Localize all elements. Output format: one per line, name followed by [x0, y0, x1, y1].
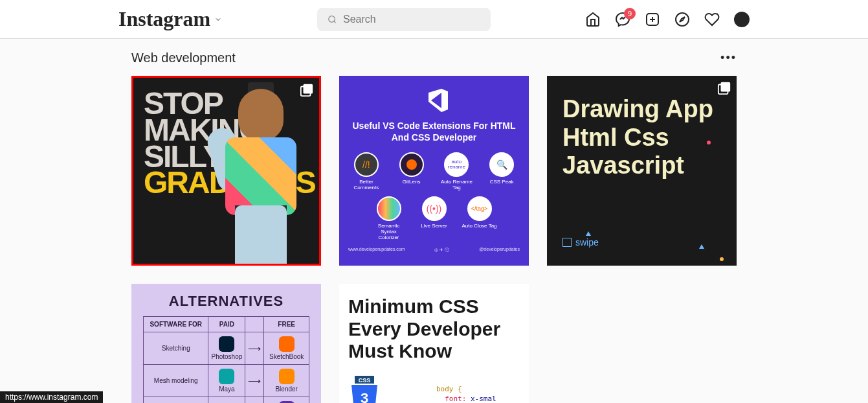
post-tile[interactable]: STOP MAKING SILLY GRADIENTS: [131, 76, 321, 266]
search-box[interactable]: [317, 8, 491, 31]
chevron-down-icon[interactable]: [214, 16, 222, 23]
post-tile[interactable]: Minimum CSS Every Developer Must Know CS…: [339, 284, 529, 403]
logo[interactable]: Instagram: [118, 7, 210, 31]
post-tile[interactable]: Useful VS Code Extensions For HTML And C…: [339, 76, 529, 266]
post-tile[interactable]: ALTERNATIVES SOFTWARE FORPAIDFREE Sketch…: [131, 284, 321, 403]
badge-count: 9: [624, 8, 636, 19]
status-bar: https://www.instagram.com: [0, 391, 103, 403]
css3-icon: CSS3: [348, 376, 381, 404]
content: Web development ••• STOP MAKING SILLY GR…: [131, 51, 737, 403]
topbar: Instagram 9: [0, 0, 868, 39]
post-tile[interactable]: Drawing App Html Css Javascript swipe: [547, 76, 737, 266]
post-grid: STOP MAKING SILLY GRADIENTS Useful VS Co…: [131, 76, 737, 403]
messenger-icon[interactable]: 9: [615, 12, 630, 27]
svg-marker-6: [680, 17, 685, 22]
ext-item: GitLens: [394, 152, 430, 191]
ext-item: 🔍CSS Peak: [484, 152, 520, 191]
heart-icon[interactable]: [704, 12, 720, 27]
svg-point-9: [406, 159, 417, 170]
swipe-hint: swipe: [562, 237, 599, 248]
tile-footer: www.developerupdates.com◎ ✈ ⓕ@developeru…: [348, 247, 520, 253]
svg-line-1: [334, 21, 336, 23]
svg-text:CSS: CSS: [359, 377, 371, 384]
svg-point-5: [676, 13, 689, 26]
logo-wrap[interactable]: Instagram: [118, 7, 222, 31]
tile-title: Useful VS Code Extensions For HTML And C…: [348, 120, 520, 143]
ext-item: </tag>Auto Close Tag: [462, 196, 498, 240]
ext-item: Semantic Syntax Colorizer: [371, 196, 407, 240]
topbar-inner: Instagram 9: [118, 7, 750, 31]
new-post-icon[interactable]: [645, 12, 660, 27]
tile-title: ALTERNATIVES: [143, 293, 309, 310]
page-title: Web development: [131, 51, 236, 65]
vscode-icon: [418, 87, 451, 113]
tile-title: Drawing App Html Css Javascript: [562, 95, 721, 180]
carousel-icon: [300, 83, 314, 97]
ext-item: //!Better Comments: [348, 152, 384, 191]
page-header: Web development •••: [131, 51, 737, 65]
tile-title: Minimum CSS Every Developer Must Know: [348, 295, 520, 363]
home-icon[interactable]: [585, 12, 601, 27]
search-input[interactable]: [343, 14, 480, 25]
alternatives-table: SOFTWARE FORPAIDFREE SketchingPhotoshop⟶…: [143, 316, 309, 403]
code-snippet: body { font: x-smal background: t color:…: [436, 384, 500, 403]
ext-item: ((•))Live Server: [416, 196, 452, 240]
explore-icon[interactable]: [674, 12, 690, 27]
svg-rect-10: [721, 82, 731, 92]
ext-item: autorenameAuto Rename Tag: [439, 152, 475, 191]
nav-icons: 9: [585, 12, 750, 27]
carousel-icon: [717, 81, 731, 95]
avatar[interactable]: [734, 12, 750, 27]
character-illustration: [203, 82, 321, 266]
svg-text:3: 3: [361, 390, 368, 404]
svg-rect-7: [304, 84, 313, 94]
svg-point-0: [328, 16, 335, 22]
more-icon[interactable]: •••: [720, 51, 737, 65]
search-icon: [328, 14, 337, 25]
